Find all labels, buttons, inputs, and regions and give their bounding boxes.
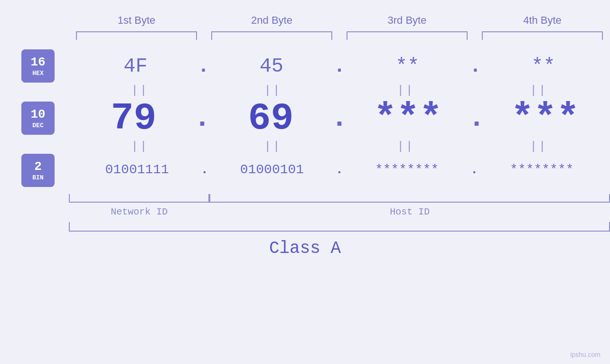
separator-1: || || || || xyxy=(69,84,610,97)
hex-b1: 4F xyxy=(74,55,197,78)
hex-b4: ** xyxy=(481,55,605,78)
sep2-b2: || xyxy=(206,140,339,153)
dec-badge-base: DEC xyxy=(32,122,43,129)
byte-header-4: 4th Byte xyxy=(475,14,610,27)
sep1-b3: || xyxy=(339,84,472,97)
dec-b4: *** xyxy=(485,97,605,140)
bracket-2 xyxy=(211,31,332,40)
dot-bin-3: . xyxy=(470,162,479,177)
bracket-3 xyxy=(347,31,468,40)
bottom-labels: Network ID Host ID xyxy=(69,206,610,217)
dec-b2: 69 xyxy=(211,97,331,140)
hex-row: 4F . 45 . ** . ** xyxy=(69,49,610,84)
dot-bin-1: . xyxy=(200,162,208,177)
content-area: 16 HEX 10 DEC 2 BIN 4F . 45 xyxy=(0,49,610,187)
sep2-b1: || xyxy=(74,140,206,153)
byte-headers: 1st Byte 2nd Byte 3rd Byte 4th Byte xyxy=(0,14,610,27)
dot-dec-1: . xyxy=(194,102,211,134)
main-container: 1st Byte 2nd Byte 3rd Byte 4th Byte 16 H… xyxy=(0,0,610,364)
bracket-4 xyxy=(482,31,603,40)
hex-badge: 16 HEX xyxy=(21,49,55,83)
bin-b4: ******** xyxy=(479,162,605,177)
dot-dec-3: . xyxy=(468,102,485,134)
hex-b3: ** xyxy=(346,55,469,78)
bracket-1 xyxy=(76,31,197,40)
sep1-b4: || xyxy=(472,84,605,97)
host-id-bracket xyxy=(209,194,610,203)
host-id-label: Host ID xyxy=(209,206,610,217)
full-bottom-bracket xyxy=(69,222,610,232)
dot-dec-2: . xyxy=(331,102,348,134)
hex-b2: 45 xyxy=(209,55,333,78)
sep1-b1: || xyxy=(74,84,206,97)
watermark: ipshu.com xyxy=(570,351,601,358)
sep2-b3: || xyxy=(339,140,472,153)
network-id-label: Network ID xyxy=(69,206,209,217)
dot-bin-2: . xyxy=(336,162,344,177)
dot-hex-3: . xyxy=(469,55,481,78)
byte-header-1: 1st Byte xyxy=(69,14,204,27)
hex-badge-number: 16 xyxy=(30,55,45,70)
bin-badge-number: 2 xyxy=(34,159,42,174)
byte-header-3: 3rd Byte xyxy=(339,14,475,27)
dec-b3: *** xyxy=(348,97,468,140)
class-label: Class A xyxy=(269,239,341,258)
dec-badge: 10 DEC xyxy=(21,102,55,135)
sep1-b2: || xyxy=(206,84,339,97)
bin-row: 01001111 . 01000101 . ******** . *******… xyxy=(69,153,610,187)
bottom-brackets xyxy=(69,194,610,203)
dec-badge-number: 10 xyxy=(30,107,45,122)
labels-column: 16 HEX 10 DEC 2 BIN xyxy=(0,49,69,187)
dec-b1: 79 xyxy=(74,97,194,140)
network-id-bracket xyxy=(69,194,209,203)
separator-2: || || || || xyxy=(69,140,610,153)
dot-hex-2: . xyxy=(333,55,345,78)
byte-header-2: 2nd Byte xyxy=(204,14,339,27)
bin-badge-base: BIN xyxy=(32,174,43,181)
bottom-section: Network ID Host ID xyxy=(0,194,610,217)
dot-hex-1: . xyxy=(197,55,209,78)
bin-b3: ******** xyxy=(343,162,470,177)
bin-b1: 01001111 xyxy=(74,162,200,177)
bin-b2: 01000101 xyxy=(208,162,335,177)
dec-row: 79 . 69 . *** . *** xyxy=(69,97,610,140)
bin-badge: 2 BIN xyxy=(21,154,55,187)
values-section: 4F . 45 . ** . ** || || || || xyxy=(69,49,610,187)
top-brackets xyxy=(0,31,610,40)
hex-badge-base: HEX xyxy=(32,70,43,77)
sep2-b4: || xyxy=(472,140,605,153)
